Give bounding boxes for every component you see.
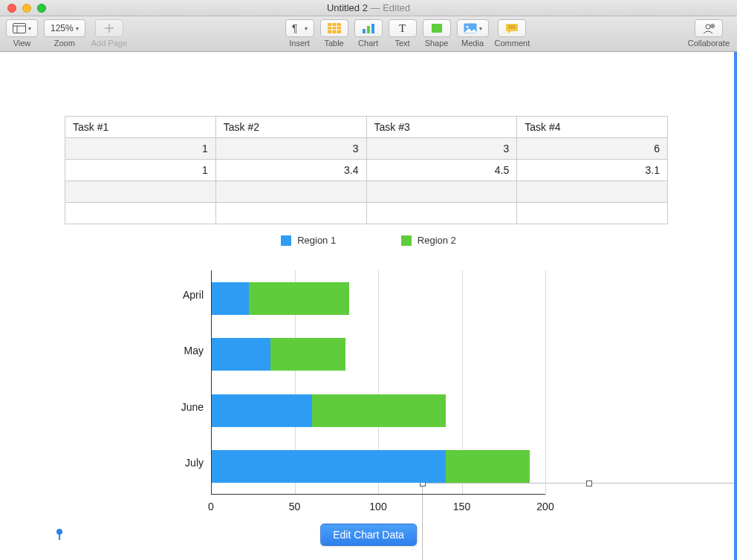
chevron-down-icon: ▾ xyxy=(76,25,79,32)
table-cell[interactable] xyxy=(215,181,366,203)
document-edited-status: Edited xyxy=(383,2,410,13)
svg-text:¶: ¶ xyxy=(292,23,298,33)
table-header[interactable]: Task #3 xyxy=(366,117,517,138)
chart-button[interactable] xyxy=(354,19,383,37)
chart-category-label: May xyxy=(159,345,204,356)
zoom-label: Zoom xyxy=(54,39,75,48)
svg-text:T: T xyxy=(399,23,406,33)
chevron-down-icon: ▾ xyxy=(479,25,482,32)
media-label: Media xyxy=(461,39,484,48)
collaborate-button[interactable] xyxy=(695,19,723,37)
add-page-button xyxy=(95,19,123,37)
view-button[interactable]: ▾ xyxy=(6,19,38,37)
text-button[interactable]: T xyxy=(389,19,417,37)
resize-handle-n[interactable] xyxy=(586,481,592,486)
table-button[interactable] xyxy=(320,19,348,37)
chart-bar-segment[interactable] xyxy=(212,338,270,371)
chart-object[interactable]: 050100150200AprilMayJuneJuly xyxy=(211,267,545,520)
chart-bar-segment[interactable] xyxy=(212,394,312,427)
table-cell[interactable]: 3 xyxy=(366,138,517,160)
chart-bar-segment[interactable] xyxy=(312,394,446,427)
toolbar: ▾ View 125%▾ Zoom Add Page ¶ ▾ Insert Ta… xyxy=(0,16,737,52)
table-cell[interactable] xyxy=(65,181,216,203)
bar-chart-icon xyxy=(362,23,375,33)
zoom-level: 125% xyxy=(51,23,74,33)
chart-bar-segment[interactable] xyxy=(212,282,249,315)
media-button[interactable]: ▾ xyxy=(457,19,489,37)
document-edited-sep: — xyxy=(368,2,383,13)
table-row[interactable] xyxy=(65,203,668,224)
collaborate-label: Collaborate xyxy=(688,39,730,48)
document-name: Untitled 2 xyxy=(327,2,368,13)
zoom-window-icon[interactable] xyxy=(37,4,46,13)
table-row[interactable]: 1 3 3 6 xyxy=(65,138,668,160)
chart-x-tick-label: 200 xyxy=(530,501,560,512)
chart-legend: Region 1 Region 2 xyxy=(0,235,737,248)
table-cell[interactable] xyxy=(366,203,517,224)
table-cell[interactable] xyxy=(366,181,517,203)
edit-chart-data-button[interactable]: Edit Chart Data xyxy=(320,524,417,546)
minimize-window-icon[interactable] xyxy=(22,4,31,13)
plus-icon xyxy=(104,23,114,33)
comment-button[interactable] xyxy=(498,19,526,37)
shape-button[interactable] xyxy=(423,19,451,37)
chart-bar-segment[interactable] xyxy=(446,450,530,483)
svg-point-21 xyxy=(706,25,710,29)
shape-icon xyxy=(431,23,443,33)
table-cell[interactable] xyxy=(517,181,668,203)
close-window-icon[interactable] xyxy=(7,4,16,13)
table-header[interactable]: Task #2 xyxy=(215,117,366,138)
table-cell[interactable] xyxy=(517,203,668,224)
collaborate-icon xyxy=(702,23,715,33)
chart-x-tick-label: 50 xyxy=(280,501,310,512)
table-cell[interactable]: 4.5 xyxy=(366,160,517,181)
add-page-label: Add Page xyxy=(91,39,127,48)
legend-item-region1[interactable]: Region 1 xyxy=(281,235,336,246)
chart-bar-segment[interactable] xyxy=(270,338,345,371)
chart-gridline xyxy=(545,270,546,495)
table-cell[interactable] xyxy=(65,203,216,224)
table-cell[interactable]: 6 xyxy=(517,138,668,160)
chart-x-axis xyxy=(211,494,545,495)
chart-x-tick-label: 0 xyxy=(196,501,226,512)
zoom-button[interactable]: 125%▾ xyxy=(44,19,85,37)
media-icon xyxy=(464,23,477,33)
table-header[interactable]: Task #1 xyxy=(65,117,216,138)
table-cell[interactable]: 3.4 xyxy=(215,160,366,181)
chart-label: Chart xyxy=(358,39,378,48)
table-row[interactable]: 1 3.4 4.5 3.1 xyxy=(65,160,668,181)
legend-item-region2[interactable]: Region 2 xyxy=(401,235,456,246)
table-row[interactable] xyxy=(65,181,668,203)
table-header-row[interactable]: Task #1 Task #2 Task #3 Task #4 xyxy=(65,117,668,138)
text-label: Text xyxy=(395,39,409,48)
table-cell[interactable]: 1 xyxy=(65,138,216,160)
table-cell[interactable]: 1 xyxy=(65,160,216,181)
traffic-lights xyxy=(0,4,46,13)
chevron-down-icon: ▾ xyxy=(28,25,31,32)
document-canvas[interactable]: Task #1 Task #2 Task #3 Task #4 1 3 3 6 … xyxy=(0,52,737,560)
chart-category-label: July xyxy=(159,457,204,469)
legend-label: Region 2 xyxy=(418,235,456,246)
view-icon xyxy=(13,23,26,33)
scrollbar-vertical[interactable] xyxy=(734,52,737,560)
table-cell[interactable] xyxy=(215,203,366,224)
chevron-down-icon: ▾ xyxy=(305,25,308,32)
text-icon: T xyxy=(397,23,408,33)
legend-label: Region 1 xyxy=(297,235,336,246)
insert-label: Insert xyxy=(289,39,310,48)
comment-label: Comment xyxy=(495,39,530,48)
table-cell[interactable]: 3 xyxy=(215,138,366,160)
svg-point-17 xyxy=(466,25,468,27)
insert-button[interactable]: ¶ ▾ xyxy=(285,19,314,37)
table-cell[interactable]: 3.1 xyxy=(517,160,668,181)
chart-bar-segment[interactable] xyxy=(212,450,446,483)
table-header[interactable]: Task #4 xyxy=(517,117,668,138)
insertion-cursor-icon xyxy=(56,529,62,535)
shape-label: Shape xyxy=(425,39,449,48)
svg-rect-15 xyxy=(432,24,442,33)
window-title: Untitled 2 — Edited xyxy=(0,2,737,13)
pilcrow-icon: ¶ xyxy=(292,23,302,33)
data-table[interactable]: Task #1 Task #2 Task #3 Task #4 1 3 3 6 … xyxy=(65,116,668,224)
chart-bar-segment[interactable] xyxy=(249,282,349,315)
table-label: Table xyxy=(324,39,343,48)
